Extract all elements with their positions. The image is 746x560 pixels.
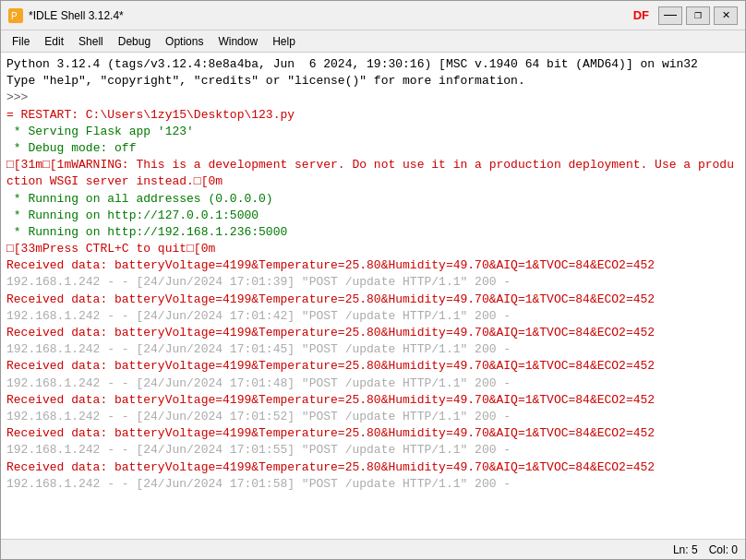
shell-line: Python 3.12.4 (tags/v3.12.4:8e8a4ba, Jun… <box>6 56 740 73</box>
menu-shell[interactable]: Shell <box>71 33 111 50</box>
menu-bar: File Edit Shell Debug Options Window Hel… <box>1 30 745 53</box>
shell-line: * Serving Flask app '123' <box>6 124 740 140</box>
shell-line: 192.168.1.242 - - [24/Jun/2024 17:01:52]… <box>6 409 740 425</box>
minimize-button[interactable]: — <box>658 6 682 25</box>
shell-line: * Running on http://127.0.0.1:5000 <box>6 208 740 224</box>
shell-line: = RESTART: C:\Users\1zy15\Desktop\123.py <box>6 107 740 124</box>
shell-line: Type "help", "copyright", "credits" or "… <box>6 73 740 89</box>
window-title: *IDLE Shell 3.12.4* <box>29 9 628 22</box>
shell-line: Received data: batteryVoltage=4199&Tempe… <box>6 325 740 341</box>
col-number: Col: 0 <box>709 543 738 556</box>
shell-line: Received data: batteryVoltage=4199&Tempe… <box>6 257 740 274</box>
svg-text:P: P <box>11 11 18 21</box>
app-icon: P <box>8 8 23 23</box>
shell-line: * Debug mode: off <box>6 140 740 157</box>
menu-help[interactable]: Help <box>265 33 303 50</box>
shell-line: Received data: batteryVoltage=4199&Tempe… <box>6 392 740 409</box>
shell-line: 192.168.1.242 - - [24/Jun/2024 17:01:42]… <box>6 308 740 325</box>
menu-debug[interactable]: Debug <box>111 33 158 50</box>
shell-line: Received data: batteryVoltage=4199&Tempe… <box>6 425 740 442</box>
maximize-button[interactable]: ❐ <box>686 6 710 25</box>
menu-window[interactable]: Window <box>211 33 265 50</box>
shell-line: * Running on all addresses (0.0.0.0) <box>6 191 740 208</box>
window-controls: — ❐ ✕ <box>658 6 738 25</box>
shell-line: 192.168.1.242 - - [24/Jun/2024 17:01:39]… <box>6 274 740 291</box>
line-number: Ln: 5 <box>673 543 698 556</box>
shell-line: Received data: batteryVoltage=4199&Tempe… <box>6 292 740 308</box>
shell-line: 192.168.1.242 - - [24/Jun/2024 17:01:58]… <box>6 476 740 493</box>
idle-shell-window: P *IDLE Shell 3.12.4* DF — ❐ ✕ File Edit… <box>0 0 746 560</box>
df-badge: DF <box>633 8 649 22</box>
shell-line: 192.168.1.242 - - [24/Jun/2024 17:01:45]… <box>6 341 740 358</box>
shell-line: >>> <box>6 89 740 106</box>
shell-line: Received data: batteryVoltage=4199&Tempe… <box>6 358 740 375</box>
shell-line: □[31m□[1mWARNING: This is a development … <box>6 157 740 190</box>
close-button[interactable]: ✕ <box>714 6 738 25</box>
menu-edit[interactable]: Edit <box>37 33 71 50</box>
menu-file[interactable]: File <box>5 33 37 50</box>
shell-output[interactable]: Python 3.12.4 (tags/v3.12.4:8e8a4ba, Jun… <box>1 53 745 539</box>
shell-line: Received data: batteryVoltage=4199&Tempe… <box>6 459 740 476</box>
menu-options[interactable]: Options <box>158 33 211 50</box>
title-bar: P *IDLE Shell 3.12.4* DF — ❐ ✕ <box>1 1 745 30</box>
shell-line: * Running on http://192.168.1.236:5000 <box>6 224 740 241</box>
shell-line: 192.168.1.242 - - [24/Jun/2024 17:01:55]… <box>6 442 740 459</box>
shell-line: 192.168.1.242 - - [24/Jun/2024 17:01:48]… <box>6 375 740 392</box>
status-bar: Ln: 5 Col: 0 <box>1 539 745 559</box>
shell-line: □[33mPress CTRL+C to quit□[0m <box>6 241 740 257</box>
